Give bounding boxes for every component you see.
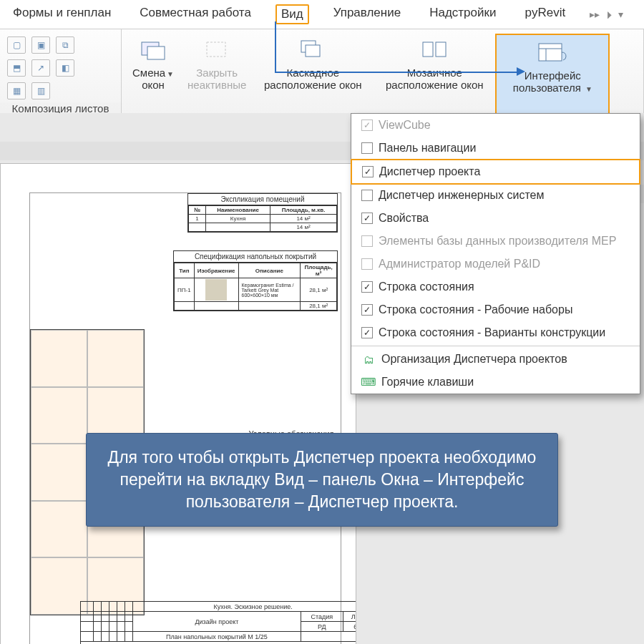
floor-finish-schedule: Спецификация напольных покрытий ТипИзобр…: [173, 250, 338, 311]
sheet-tool-icon-5[interactable]: ↗: [31, 59, 50, 77]
svg-rect-6: [436, 42, 446, 57]
instruction-callout: Для того чтобы открыть Диспетчер проекта…: [86, 433, 558, 527]
checkbox-icon: ✓: [361, 119, 373, 131]
sheet-tool-icon-4[interactable]: ⬒: [7, 59, 26, 77]
close-inactive-icon: [202, 36, 232, 64]
dd-viewcube[interactable]: ✓ ViewCube: [351, 114, 640, 137]
menu-tabs-overflow[interactable]: ▸▸ ⏵ ▾: [590, 4, 623, 24]
keyboard-icon: ⌨: [361, 376, 376, 389]
dd-shortcuts[interactable]: ⌨ Горячие клавиши: [351, 371, 640, 394]
dd-nav-bar[interactable]: Панель навигации: [351, 137, 640, 160]
close-inactive-button[interactable]: Закрыть неактивные: [182, 34, 252, 116]
svg-rect-1: [147, 47, 165, 59]
checkbox-icon: [361, 235, 373, 247]
sheet-tool-icon-7[interactable]: ▦: [7, 82, 26, 99]
dropdown-separator: [351, 346, 640, 346]
sheet-tool-icon-6[interactable]: ◧: [56, 59, 74, 77]
menu-tab-pyrevit[interactable]: pyRevit: [520, 4, 570, 24]
arrow-head-icon: [517, 67, 525, 76]
ribbon-panel-sheets: ▢ ▣ ⧉ ⬒ ↗ ◧ ▦ ▥ Композиция листов: [0, 29, 122, 117]
checkbox-icon: [361, 142, 373, 154]
tile-windows-button[interactable]: Мозаичное расположение окон: [374, 34, 495, 116]
dd-project-browser[interactable]: ✓ Диспетчер проекта: [351, 159, 640, 185]
dd-system-browser[interactable]: Диспетчер инженерных систем: [351, 184, 640, 207]
menu-tab-massing[interactable]: Формы и генплан: [9, 4, 115, 24]
dd-mep-db[interactable]: Элементы базы данных производителя MEP: [351, 230, 640, 253]
dd-status-design-options[interactable]: ✓ Строка состояния - Варианты конструкци…: [351, 321, 640, 344]
switch-windows-button[interactable]: Смена▼ окон: [125, 34, 182, 116]
checkbox-icon: ✓: [361, 281, 373, 293]
svg-rect-7: [539, 44, 562, 61]
sheet-tool-icon-1[interactable]: ▢: [7, 36, 26, 54]
dd-status-worksets[interactable]: ✓ Строка состояния - Рабочие наборы: [351, 298, 640, 321]
guide-arrow: [275, 72, 518, 73]
user-interface-dropdown: ✓ ViewCube Панель навигации ✓ Диспетчер …: [351, 113, 640, 394]
svg-rect-2: [207, 42, 225, 57]
menu-tabs: Формы и генплан Совместная работа Вид Уп…: [0, 0, 644, 29]
ribbon-panel-windows: Смена▼ окон Закрыть неактивные Каскадное…: [122, 29, 644, 117]
menu-tab-view[interactable]: Вид: [275, 4, 309, 24]
drawing-sheet: Экспликация помещений №НаименованиеПлоща…: [0, 163, 356, 644]
svg-rect-5: [423, 42, 433, 57]
tree-icon: 🗂: [361, 353, 376, 366]
title-block: Кухня. Эскизное решение. Дизайн проектСт…: [80, 601, 356, 644]
checkbox-icon: ✓: [361, 327, 373, 338]
sheet-tool-icon-3[interactable]: ⧉: [56, 36, 74, 54]
dd-browser-org[interactable]: 🗂 Организация Диспетчера проектов: [351, 348, 640, 371]
dd-pid-admin[interactable]: Администратор моделей P&ID: [351, 253, 640, 275]
menu-tab-addins[interactable]: Надстройки: [425, 4, 500, 24]
user-interface-icon: [537, 39, 567, 67]
sheet-tool-icon-2[interactable]: ▣: [31, 36, 50, 54]
checkbox-icon: ✓: [361, 304, 373, 316]
tile-icon: [419, 36, 449, 64]
checkbox-icon: ✓: [361, 213, 373, 224]
switch-windows-icon: [138, 36, 168, 64]
checkbox-icon: [361, 190, 373, 201]
user-interface-button[interactable]: Интерфейс пользователя ▼: [495, 34, 610, 116]
cascade-icon: [298, 36, 328, 64]
menu-tab-collaborate[interactable]: Совместная работа: [135, 4, 255, 24]
guide-arrow: [275, 21, 276, 72]
svg-rect-4: [306, 45, 320, 57]
checkbox-icon: ✓: [362, 166, 374, 177]
ribbon: ▢ ▣ ⧉ ⬒ ↗ ◧ ▦ ▥ Композиция листов Смена▼…: [0, 29, 644, 118]
dd-status-bar[interactable]: ✓ Строка состояния: [351, 275, 640, 298]
cascade-windows-button[interactable]: Каскадное расположение окон: [252, 34, 374, 116]
room-schedule: Экспликация помещений №НаименованиеПлоща…: [187, 193, 338, 233]
dd-properties[interactable]: ✓ Свойства: [351, 207, 640, 230]
checkbox-icon: [361, 258, 373, 270]
sheet-tool-icon-8[interactable]: ▥: [31, 82, 50, 99]
menu-tab-manage[interactable]: Управление: [329, 4, 406, 24]
